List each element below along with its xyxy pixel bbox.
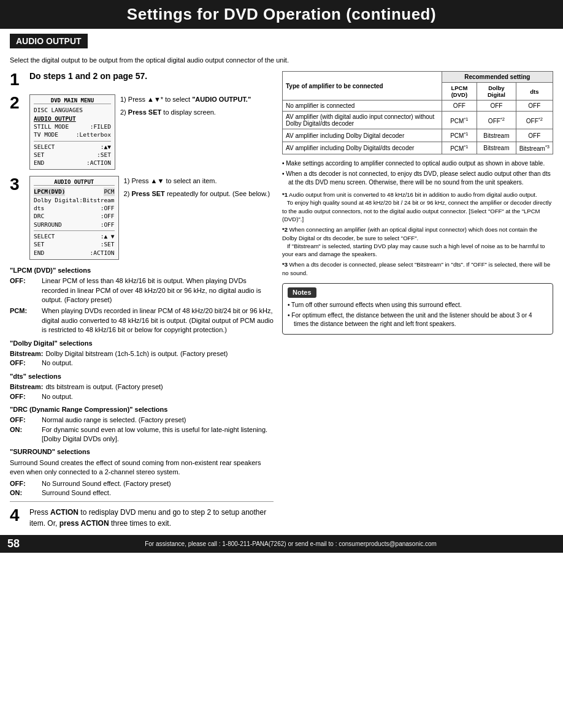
lpcm-off: OFF: Linear PCM of less than 48 kHz/16 b… (10, 276, 274, 305)
dolby-off: OFF: No output. (10, 358, 274, 368)
menu-title: DVD MAIN MENU (34, 97, 111, 104)
table-row: AV amplifier including Dolby Digital/dts… (283, 142, 553, 154)
step-1-number: 1 (10, 71, 25, 88)
menu-item: STILL MODE:FILED (34, 123, 111, 131)
dolby-bitstream: Bitstream: Dolby Digital bitstream (1ch-… (10, 349, 274, 358)
step-4: 4 Press ACTION to redisplay DVD menu and… (10, 501, 274, 529)
step-2-instructions: 1) Press ▲▼* to select "AUDIO OUTPUT." 2… (120, 94, 251, 119)
step-1: 1 Do steps 1 and 2 on page 57. (10, 71, 274, 88)
step-3: 3 AUDIO OUTPUT LPCM(DVD)PCM Dolby Digita… (10, 176, 274, 259)
menu-item: TV MODE:Letterbox (34, 131, 111, 138)
dolby-title: "Dolby Digital" selections (10, 339, 274, 348)
intro-text: Select the digital output to be output f… (10, 56, 553, 65)
audio-output-menu-title: AUDIO OUTPUT (34, 179, 115, 186)
page-footer: 58 For assistance, please call : 1-800-2… (0, 535, 563, 553)
page-number: 58 (7, 537, 26, 550)
drc-title: "DRC (Dynamic Range Compression)" select… (10, 405, 274, 414)
dts-off: OFF: No output. (10, 392, 274, 401)
step-4-number: 4 (10, 507, 25, 524)
table-bullets: • Make settings according to amplifier c… (282, 159, 553, 187)
menu-item: DRC:OFF (34, 212, 115, 220)
menu-footer: SELECT:▲ ▼ SET:SET END:ACTION (34, 230, 115, 257)
menu-item: dts:OFF (34, 204, 115, 212)
surround-on: ON: Surround Sound effect. (10, 488, 274, 498)
table-row: AV amplifier including Dolby Digital dec… (283, 129, 553, 142)
rec-setting-header: Recommended setting (442, 72, 553, 83)
footnotes: *1 Audio output from unit is converted t… (282, 191, 553, 277)
dts-title: "dts" selections (10, 372, 274, 381)
lpcm-selections: "LPCM (DVD)" selections OFF: Linear PCM … (10, 266, 274, 335)
lpcm-pcm: PCM: When playing DVDs recorded in linea… (10, 306, 274, 335)
table-row: No amplifier is connected OFF OFF OFF (283, 100, 553, 112)
lpcm-title: "LPCM (DVD)" selections (10, 266, 274, 275)
notes-item-1: • Turn off other surround effects when u… (288, 301, 548, 309)
page-title: Settings for DVD Operation (continued) (0, 0, 563, 29)
notes-box: Notes • Turn off other surround effects … (282, 283, 553, 335)
step-1-text: Do steps 1 and 2 on page 57. (29, 71, 274, 81)
surround-selections: "SURROUND" selections Surround Sound cre… (10, 447, 274, 498)
menu-item: SURROUND:OFF (34, 221, 115, 229)
menu-item: AUDIO OUTPUT (34, 115, 111, 123)
dts-bitstream: Bitstream: dts bitstream is output. (Fac… (10, 382, 274, 392)
section-header: AUDIO OUTPUT (10, 34, 88, 48)
surround-title: "SURROUND" selections (10, 447, 274, 457)
col-lpcm: LPCM (DVD) (442, 83, 477, 100)
menu-item: Dolby Digital:Bitstream (34, 196, 115, 204)
dolby-selections: "Dolby Digital" selections Bitstream: Do… (10, 339, 274, 368)
col-dolby: Dolby Digital (477, 83, 516, 100)
menu-item: DISC LANGUAGES (34, 106, 111, 114)
step-3-instructions: 1) Press ▲▼ to select an item. 2) Press … (124, 176, 270, 201)
step-4-text: Press ACTION to redisplay DVD menu and g… (29, 507, 274, 529)
step-3-number: 3 (10, 176, 25, 193)
surround-intro: Surround Sound creates the effect of sou… (10, 458, 274, 477)
surround-off: OFF: No Surround Sound effect. (Factory … (10, 479, 274, 488)
col-dts: dts (516, 83, 553, 100)
table-type-header: Type of amplifier to be connected (283, 72, 442, 100)
menu-footer: SELECT:▲▼ SET:SET END:ACTION (34, 141, 111, 167)
drc-on: ON: For dynamic sound even at low volume… (10, 425, 274, 444)
table-row: AV amplifier (with digital audio input c… (283, 112, 553, 129)
notes-title: Notes (288, 287, 316, 298)
audio-output-menu-box: AUDIO OUTPUT LPCM(DVD)PCM Dolby Digital:… (29, 176, 119, 259)
drc-off: OFF: Normal audio range is selected. (Fa… (10, 415, 274, 425)
notes-item-2: • For optimum effect, the distance betwe… (288, 311, 548, 328)
drc-selections: "DRC (Dynamic Range Compression)" select… (10, 405, 274, 444)
dvd-main-menu-box: DVD MAIN MENU DISC LANGUAGES AUDIO OUTPU… (29, 94, 115, 170)
step-2-number: 2 (10, 94, 25, 112)
menu-item: LPCM(DVD)PCM (34, 188, 115, 195)
step-2: 2 DVD MAIN MENU DISC LANGUAGES AUDIO OUT… (10, 94, 274, 170)
footer-assistance-text: For assistance, please call : 1-800-211-… (26, 540, 556, 547)
dts-selections: "dts" selections Bitstream: dts bitstrea… (10, 372, 274, 401)
settings-table: Type of amplifier to be connected Recomm… (282, 71, 553, 154)
